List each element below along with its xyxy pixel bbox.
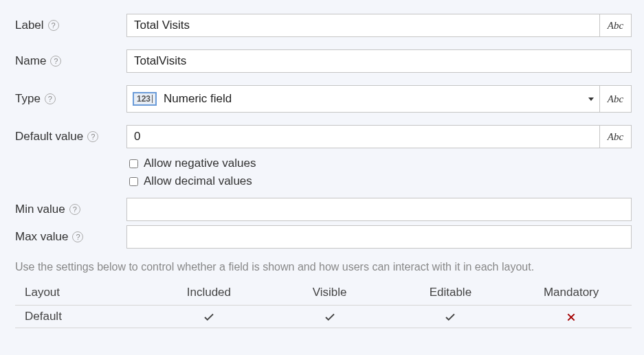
- type-select[interactable]: 123 Numeric field: [126, 85, 600, 113]
- help-icon[interactable]: ?: [72, 231, 83, 242]
- layout-table-row: Default: [15, 306, 632, 328]
- default-value-input[interactable]: [126, 125, 600, 148]
- allow-negative-label: Allow negative values: [144, 157, 256, 170]
- min-value-input[interactable]: [126, 198, 632, 221]
- type-select-value: Numeric field: [164, 92, 232, 106]
- visible-toggle[interactable]: [269, 310, 390, 323]
- col-header-included: Included: [148, 286, 269, 299]
- help-icon[interactable]: ?: [48, 20, 59, 31]
- mandatory-toggle[interactable]: [511, 310, 632, 323]
- layout-table: Layout Included Visible Editable Mandato…: [15, 280, 632, 328]
- editable-toggle[interactable]: [390, 310, 511, 323]
- included-toggle[interactable]: [148, 310, 269, 323]
- layout-hint-text: Use the settings below to control whethe…: [15, 261, 632, 273]
- help-icon[interactable]: ?: [87, 131, 98, 142]
- layout-row-name: Default: [25, 310, 148, 323]
- field-max-label: Max value: [15, 230, 68, 244]
- check-icon: [324, 311, 336, 323]
- col-header-layout: Layout: [25, 286, 148, 299]
- help-icon[interactable]: ?: [69, 204, 80, 215]
- x-icon: [566, 312, 577, 323]
- chevron-down-icon: [588, 98, 594, 101]
- numeric-field-icon: 123: [133, 92, 157, 106]
- field-label-label: Label: [15, 19, 44, 32]
- help-icon[interactable]: ?: [45, 93, 56, 104]
- col-header-mandatory: Mandatory: [511, 286, 632, 299]
- field-type-label: Type: [15, 92, 41, 106]
- abc-button-label[interactable]: Abc: [600, 14, 632, 37]
- abc-button-type[interactable]: Abc: [600, 85, 632, 113]
- help-icon[interactable]: ?: [50, 56, 61, 67]
- field-default-label: Default value: [15, 130, 83, 144]
- col-header-visible: Visible: [269, 286, 390, 299]
- check-icon: [203, 311, 215, 323]
- allow-decimal-label: Allow decimal values: [144, 174, 252, 188]
- allow-decimal-checkbox[interactable]: [129, 177, 138, 186]
- allow-negative-checkbox[interactable]: [129, 159, 138, 168]
- field-min-label: Min value: [15, 203, 65, 216]
- col-header-editable: Editable: [390, 286, 511, 299]
- field-name-label: Name: [15, 54, 46, 68]
- label-input[interactable]: [126, 14, 600, 37]
- layout-table-header: Layout Included Visible Editable Mandato…: [15, 280, 632, 306]
- check-icon: [444, 311, 456, 323]
- abc-button-default[interactable]: Abc: [600, 125, 632, 148]
- name-input[interactable]: [126, 49, 632, 73]
- max-value-input[interactable]: [126, 225, 632, 249]
